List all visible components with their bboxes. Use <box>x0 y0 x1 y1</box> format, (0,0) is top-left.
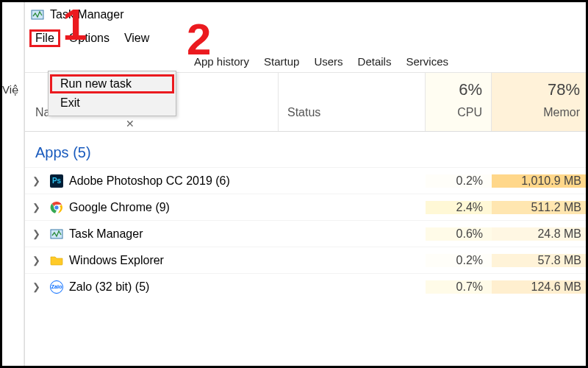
process-memory: 511.2 MB <box>492 201 586 214</box>
process-memory: 124.6 MB <box>492 280 586 294</box>
tabstrip: App history Startup Users Details Servic… <box>25 49 586 73</box>
annotation-1: 1 <box>62 0 87 50</box>
process-row[interactable]: ❯ Windows Explorer 0.2% 57.8 MB <box>25 247 586 273</box>
tab-users[interactable]: Users <box>306 52 350 72</box>
process-name: Windows Explorer <box>66 254 279 267</box>
column-memory[interactable]: 78% Memor <box>492 73 586 131</box>
process-row[interactable]: ❯ Task Manager 0.6% 24.8 MB <box>25 220 586 247</box>
task-manager-icon <box>31 8 44 21</box>
process-cpu: 0.6% <box>426 227 492 241</box>
process-name: Zalo (32 bit) (5) <box>66 280 279 294</box>
expand-toggle[interactable]: ❯ <box>25 281 47 292</box>
menu-file[interactable]: File <box>29 29 60 47</box>
process-row[interactable]: ❯ Google Chrome (9) 2.4% 511.2 MB <box>25 194 586 220</box>
column-cpu[interactable]: 6% CPU <box>426 73 492 131</box>
task-manager-window: Task Manager File Options View App histo… <box>24 2 586 366</box>
underlying-window-fragment: Việ <box>2 2 24 366</box>
process-name: Adobe Photoshop CC 2019 (6) <box>66 174 279 188</box>
process-memory: 1,010.9 MB <box>492 174 586 188</box>
menubar: File Options View <box>25 27 586 49</box>
menu-item-exit[interactable]: Exit <box>50 93 174 113</box>
process-cpu: 2.4% <box>426 201 492 214</box>
file-menu-dropdown: Run new task Exit <box>48 71 176 116</box>
process-cpu: 0.2% <box>426 174 492 188</box>
process-row[interactable]: ❯ Ps Adobe Photoshop CC 2019 (6) 0.2% 1,… <box>25 167 586 194</box>
explorer-icon <box>47 254 66 267</box>
menu-item-run-new-task[interactable]: Run new task <box>50 74 174 93</box>
screenshot-frame: Việ Task Manager File Options View App h… <box>0 0 588 368</box>
tab-startup[interactable]: Startup <box>257 52 306 72</box>
chrome-icon <box>47 201 66 214</box>
process-row[interactable]: ❯ Zalo Zalo (32 bit) (5) 0.7% 124.6 MB <box>25 273 586 300</box>
process-memory: 24.8 MB <box>492 227 586 241</box>
menu-view[interactable]: View <box>118 30 155 46</box>
group-apps[interactable]: Apps (5) <box>25 132 586 167</box>
memory-total-pct: 78% <box>548 80 580 99</box>
expand-toggle[interactable]: ❯ <box>25 255 47 266</box>
tab-details[interactable]: Details <box>351 52 399 72</box>
annotation-2: 2 <box>187 14 211 65</box>
column-status[interactable]: Status <box>279 73 426 131</box>
expand-toggle[interactable]: ❯ <box>25 175 47 186</box>
close-icon[interactable]: ✕ <box>126 118 135 130</box>
titlebar[interactable]: Task Manager <box>25 2 586 27</box>
expand-toggle[interactable]: ❯ <box>25 228 47 239</box>
photoshop-icon: Ps <box>47 174 66 188</box>
process-cpu: 0.2% <box>426 254 492 267</box>
task-manager-icon <box>47 227 66 241</box>
process-name: Task Manager <box>66 227 279 241</box>
memory-column-label: Memor <box>543 106 580 119</box>
cpu-column-label: CPU <box>457 106 482 119</box>
underlying-text: Việ <box>2 83 18 96</box>
tab-services[interactable]: Services <box>398 52 456 72</box>
cpu-total-pct: 6% <box>459 80 482 99</box>
process-memory: 57.8 MB <box>492 254 586 267</box>
process-name: Google Chrome (9) <box>66 201 279 214</box>
process-cpu: 0.7% <box>426 280 492 294</box>
expand-toggle[interactable]: ❯ <box>25 202 47 213</box>
zalo-icon: Zalo <box>47 280 66 294</box>
